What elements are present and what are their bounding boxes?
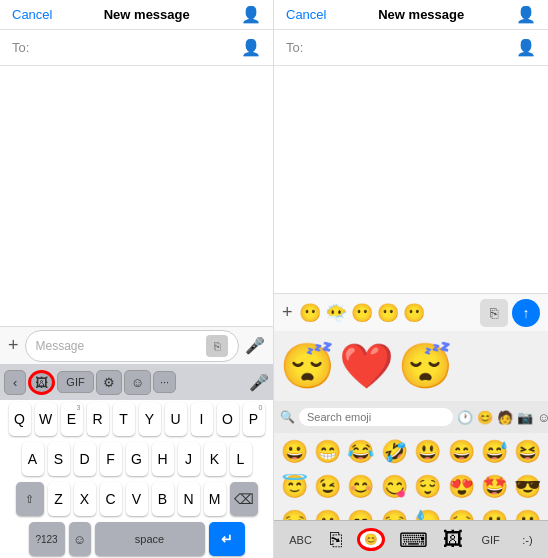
- key-V[interactable]: V: [126, 482, 148, 516]
- emoji-grid-item[interactable]: 😉: [311, 470, 343, 504]
- emoji-bottom-abc[interactable]: ABC: [285, 532, 316, 548]
- emoji-grid-item[interactable]: 😌: [412, 470, 444, 504]
- recent-emoji-3[interactable]: 😴: [398, 344, 453, 388]
- left-kb-gif-button[interactable]: GIF: [57, 371, 93, 393]
- left-cancel-button[interactable]: Cancel: [12, 7, 52, 22]
- left-kb-more-button[interactable]: ···: [153, 371, 176, 393]
- key-shift[interactable]: ⇧: [16, 482, 44, 516]
- emoji-5[interactable]: 😶: [403, 302, 425, 324]
- left-contact-icon[interactable]: 👤: [241, 5, 261, 24]
- emoji-grid-item[interactable]: 🙁: [512, 505, 544, 520]
- key-C[interactable]: C: [100, 482, 122, 516]
- emoji-bottom-gif[interactable]: GIF: [477, 532, 503, 548]
- emoji-grid-item[interactable]: 😐: [311, 505, 343, 520]
- key-K[interactable]: K: [204, 442, 226, 476]
- left-attach-button[interactable]: +: [8, 335, 19, 356]
- key-P[interactable]: P0: [243, 402, 265, 436]
- left-kb-mic-button[interactable]: 🎤: [249, 373, 269, 392]
- emoji-grid-item[interactable]: 😓: [412, 505, 444, 520]
- left-kb-settings-button[interactable]: ⚙: [96, 370, 122, 395]
- right-cancel-button[interactable]: Cancel: [286, 7, 326, 22]
- emoji-grid-item[interactable]: 😕: [478, 505, 510, 520]
- emoji-grid-item[interactable]: 😏: [278, 505, 310, 520]
- key-J[interactable]: J: [178, 442, 200, 476]
- key-W[interactable]: W: [35, 402, 57, 436]
- key-F[interactable]: F: [100, 442, 122, 476]
- smiley-icon[interactable]: ☺: [537, 410, 548, 425]
- emoji-grid-item[interactable]: 😎: [512, 470, 544, 504]
- recent-icon[interactable]: 🕐: [457, 410, 473, 425]
- emoji-grid-item[interactable]: 😀: [278, 435, 310, 469]
- emoji-grid-item[interactable]: 😊: [345, 470, 377, 504]
- emoji-grid-item[interactable]: 😒: [378, 505, 410, 520]
- emoji-grid-item[interactable]: 😅: [478, 435, 510, 469]
- emoji-grid-item[interactable]: 😍: [445, 470, 477, 504]
- emoji-2[interactable]: 😶‍🌫️: [325, 302, 347, 324]
- left-kb-sticker-button[interactable]: ☺: [124, 370, 151, 395]
- emoji-bottom-emoji[interactable]: 😊: [357, 528, 385, 551]
- key-Q[interactable]: Q: [9, 402, 31, 436]
- emoji-3[interactable]: 😶: [351, 302, 373, 324]
- left-kb-back-button[interactable]: ‹: [4, 370, 26, 395]
- emoji-4[interactable]: 😶: [377, 302, 399, 324]
- left-add-contact-icon[interactable]: 👤: [241, 38, 261, 57]
- left-voice-icon[interactable]: 🎤: [245, 336, 265, 355]
- emoji-bottom-image[interactable]: 🖼: [443, 528, 463, 551]
- right-copy-button[interactable]: ⎘: [480, 299, 508, 327]
- person-icon[interactable]: 🧑: [497, 410, 513, 425]
- right-to-input[interactable]: [309, 40, 516, 55]
- emoji-grid-item[interactable]: 😃: [412, 435, 444, 469]
- right-send-button[interactable]: ↑: [512, 299, 540, 327]
- left-to-label: To:: [12, 40, 29, 55]
- key-N[interactable]: N: [178, 482, 200, 516]
- key-X[interactable]: X: [74, 482, 96, 516]
- emoji-bottom-keyboard[interactable]: ⌨: [399, 528, 428, 552]
- key-G[interactable]: G: [126, 442, 148, 476]
- key-I[interactable]: I: [191, 402, 213, 436]
- left-copy-icon[interactable]: ⎘: [206, 335, 228, 357]
- emoji-grid-item[interactable]: 😄: [445, 435, 477, 469]
- left-to-input[interactable]: [35, 40, 241, 55]
- key-U[interactable]: U: [165, 402, 187, 436]
- recent-emoji-2[interactable]: ❤️: [339, 344, 394, 388]
- emoji-grid-item[interactable]: 😑: [345, 505, 377, 520]
- key-H[interactable]: H: [152, 442, 174, 476]
- key-B[interactable]: B: [152, 482, 174, 516]
- key-space[interactable]: space: [95, 522, 205, 556]
- key-D[interactable]: D: [74, 442, 96, 476]
- key-M[interactable]: M: [204, 482, 226, 516]
- face-icon[interactable]: 😊: [477, 410, 493, 425]
- key-emoji[interactable]: ☺: [69, 522, 91, 556]
- key-O[interactable]: O: [217, 402, 239, 436]
- right-contact-icon[interactable]: 👤: [516, 5, 536, 24]
- emoji-grid-item[interactable]: 😂: [345, 435, 377, 469]
- key-S[interactable]: S: [48, 442, 70, 476]
- recent-emoji-1[interactable]: 😴: [280, 344, 335, 388]
- emoji-grid-item[interactable]: 😁: [311, 435, 343, 469]
- key-A[interactable]: A: [22, 442, 44, 476]
- emoji-grid-item[interactable]: 🤣: [378, 435, 410, 469]
- right-attach-button[interactable]: +: [282, 302, 293, 323]
- key-R[interactable]: R: [87, 402, 109, 436]
- right-add-contact-icon[interactable]: 👤: [516, 38, 536, 57]
- key-Y[interactable]: Y: [139, 402, 161, 436]
- key-delete[interactable]: ⌫: [230, 482, 258, 516]
- key-Z[interactable]: Z: [48, 482, 70, 516]
- camera-icon[interactable]: 📷: [517, 410, 533, 425]
- emoji-grid-item[interactable]: 😆: [512, 435, 544, 469]
- emoji-grid-item[interactable]: 😔: [445, 505, 477, 520]
- emoji-bottom-smiley[interactable]: :-): [518, 532, 536, 548]
- key-E[interactable]: E3: [61, 402, 83, 436]
- key-enter[interactable]: ↵: [209, 522, 245, 556]
- emoji-grid-item[interactable]: 😋: [378, 470, 410, 504]
- emoji-bottom-copy[interactable]: ⎘: [330, 528, 342, 551]
- key-T[interactable]: T: [113, 402, 135, 436]
- emoji-grid-item[interactable]: 😇: [278, 470, 310, 504]
- emoji-1[interactable]: 😶: [299, 302, 321, 324]
- emoji-search-input[interactable]: [299, 408, 453, 426]
- key-123[interactable]: ?123: [29, 522, 65, 556]
- left-kb-emoji-button[interactable]: 🖼: [28, 370, 55, 395]
- key-L[interactable]: L: [230, 442, 252, 476]
- emoji-grid-item[interactable]: 🤩: [478, 470, 510, 504]
- left-message-input-wrap[interactable]: Message ⎘: [25, 330, 239, 362]
